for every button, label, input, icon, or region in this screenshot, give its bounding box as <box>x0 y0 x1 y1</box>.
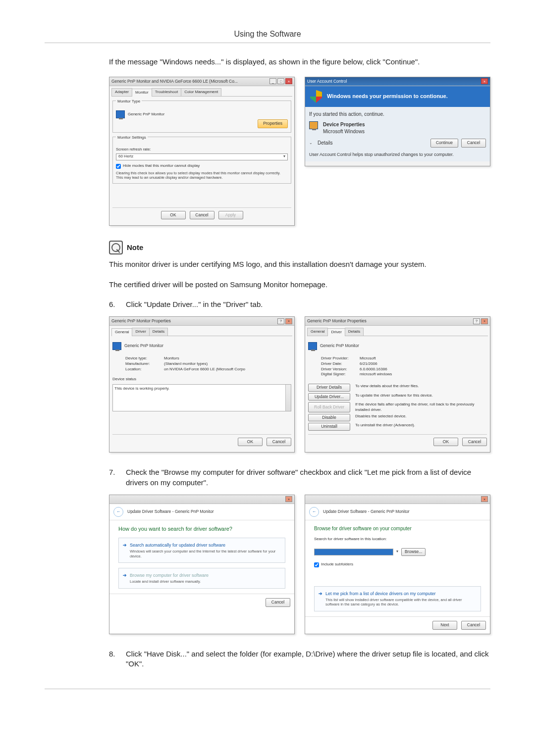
tab-troubleshoot[interactable]: Troubleshoot <box>152 88 181 96</box>
breadcrumb: Update Driver Software - Generic PnP Mon… <box>127 509 214 514</box>
uac-started-text: If you started this action, continue. <box>309 111 486 118</box>
device-name: Generic PnP Monitor <box>320 343 359 349</box>
browse-button[interactable]: Browse... <box>401 548 426 555</box>
help-icon[interactable]: ? <box>277 318 284 324</box>
wizard-search-method: × ← Update Driver Software - Generic PnP… <box>109 495 295 634</box>
cancel-button[interactable]: Cancel <box>461 139 486 147</box>
note-paragraph-2: The certified driver will be posted on S… <box>109 280 490 290</box>
dialog-titlebar: × <box>109 495 294 504</box>
tab-adapter[interactable]: Adapter <box>111 88 132 96</box>
minimize-icon[interactable]: _ <box>269 78 276 84</box>
tab-general[interactable]: General <box>111 328 132 336</box>
monitor-type-label: Monitor Type <box>116 99 142 104</box>
wizard-option-auto[interactable]: ➔Search automatically for updated driver… <box>118 538 285 563</box>
include-subfolders-label: Include subfolders <box>321 562 353 567</box>
ok-button[interactable]: OK <box>238 438 263 446</box>
disable-button[interactable]: Disable <box>308 414 350 421</box>
shield-icon <box>310 90 322 103</box>
details-toggle[interactable]: Details <box>318 140 333 147</box>
note-heading: Note <box>127 243 143 252</box>
dialog-title-text: Generic PnP Monitor and NVIDIA GeForce 6… <box>111 79 269 84</box>
continue-button[interactable]: Continue <box>430 139 458 147</box>
hide-modes-checkbox[interactable] <box>116 164 121 169</box>
tab-monitor[interactable]: Monitor <box>132 89 152 97</box>
wizard-question: How do you want to search for driver sof… <box>118 525 285 533</box>
dialog-titlebar: Generic PnP Monitor and NVIDIA GeForce 6… <box>109 77 294 86</box>
apply-button[interactable]: Apply <box>218 211 243 219</box>
wizard-option-browse[interactable]: ➔Browse my computer for driver software … <box>118 568 285 589</box>
properties-button[interactable]: Properties <box>258 119 288 128</box>
tab-driver[interactable]: Driver <box>132 328 149 336</box>
kv-value: microsoft windows <box>360 372 392 377</box>
wizard-option-pick-list[interactable]: ➔Let me pick from a list of device drive… <box>314 586 481 612</box>
page-title: Using the Software <box>45 29 490 40</box>
kv-key: Device type: <box>125 356 161 361</box>
refresh-rate-dropdown[interactable]: 60 Hertz ▾ <box>116 153 288 160</box>
figure-row-3: × ← Update Driver Software - Generic PnP… <box>109 495 490 634</box>
uac-footer-text: User Account Control helps stop unauthor… <box>309 151 486 157</box>
header-divider <box>45 43 490 43</box>
kv-key: Driver Date: <box>321 361 357 367</box>
dialog-titlebar: × <box>305 495 490 504</box>
close-icon[interactable]: × <box>285 496 292 502</box>
breadcrumb: Update Driver Software - Generic PnP Mon… <box>323 509 410 514</box>
tab-details[interactable]: Details <box>149 328 168 336</box>
dialog-titlebar: Generic PnP Monitor Properties ?× <box>305 317 490 326</box>
tab-details[interactable]: Details <box>345 328 364 336</box>
option-title: Let me pick from a list of device driver… <box>325 591 436 597</box>
cancel-button[interactable]: Cancel <box>190 211 214 219</box>
uac-banner-text: Windows needs your permission to contion… <box>327 93 448 100</box>
close-icon[interactable]: × <box>481 78 488 84</box>
location-input[interactable] <box>314 549 393 555</box>
tab-driver[interactable]: Driver <box>327 328 345 336</box>
tab-color-management[interactable]: Color Management <box>181 88 221 96</box>
uac-program-name: Device Properties <box>323 121 365 128</box>
option-title: Browse my computer for driver software <box>130 572 209 578</box>
uac-banner: Windows needs your permission to contion… <box>305 86 490 107</box>
kv-key: Driver Provider: <box>321 356 357 361</box>
tab-strip: Adapter Monitor Troubleshoot Color Manag… <box>111 88 292 97</box>
hide-modes-description: Clearing this check box allows you to se… <box>116 171 288 181</box>
option-desc: Windows will search your computer and th… <box>130 549 281 559</box>
kv-key: Manufacturer: <box>125 361 161 367</box>
back-icon[interactable]: ← <box>113 507 123 517</box>
step-6-text: Click "Update Driver..." in the "Driver"… <box>126 300 263 309</box>
next-button[interactable]: Next <box>432 621 457 629</box>
cancel-button[interactable]: Cancel <box>461 621 486 629</box>
chevron-down-icon[interactable]: ▾ <box>396 549 398 554</box>
ok-button[interactable]: OK <box>161 211 186 219</box>
monitor-name: Generic PnP Monitor <box>128 112 164 117</box>
step-number-6: 6. <box>109 300 119 309</box>
monitor-icon <box>308 342 317 350</box>
close-icon[interactable]: × <box>481 318 488 324</box>
close-icon[interactable]: × <box>285 78 292 84</box>
footer-divider <box>45 689 490 689</box>
wizard-browse-location: × ← Update Driver Software - Generic PnP… <box>305 495 490 634</box>
chevron-down-icon[interactable]: ⌄ <box>309 141 313 146</box>
driver-details-button[interactable]: Driver Details <box>308 384 350 391</box>
figure-row-1: Generic PnP Monitor and NVIDIA GeForce 6… <box>109 77 490 226</box>
monitor-icon <box>116 110 125 118</box>
roll-back-driver-button[interactable]: Roll Back Driver <box>308 402 350 412</box>
uninstall-button[interactable]: Uninstall <box>308 423 350 430</box>
help-icon[interactable]: ? <box>473 318 480 324</box>
cancel-button[interactable]: Cancel <box>462 438 487 446</box>
maximize-icon[interactable]: □ <box>277 78 284 84</box>
cancel-button[interactable]: Cancel <box>266 598 290 606</box>
close-icon[interactable]: × <box>481 496 488 502</box>
wizard-heading: Browse for driver software on your compu… <box>314 525 481 532</box>
cancel-button[interactable]: Cancel <box>267 438 291 446</box>
device-name: Generic PnP Monitor <box>124 343 163 349</box>
tab-general[interactable]: General <box>307 328 328 336</box>
kv-value: Monitors <box>164 356 179 361</box>
arrow-icon: ➔ <box>123 542 127 548</box>
update-driver-button[interactable]: Update Driver... <box>308 393 350 401</box>
chevron-down-icon: ▾ <box>283 154 285 159</box>
close-icon[interactable]: × <box>285 318 292 324</box>
ok-button[interactable]: OK <box>433 438 458 446</box>
intro-paragraph: If the message "Windows needs..." is dis… <box>109 57 490 67</box>
refresh-rate-value: 60 Hertz <box>118 154 133 159</box>
back-icon[interactable]: ← <box>309 507 319 517</box>
include-subfolders-checkbox[interactable] <box>314 562 319 567</box>
device-properties-driver: Generic PnP Monitor Properties ?× Genera… <box>305 316 490 453</box>
